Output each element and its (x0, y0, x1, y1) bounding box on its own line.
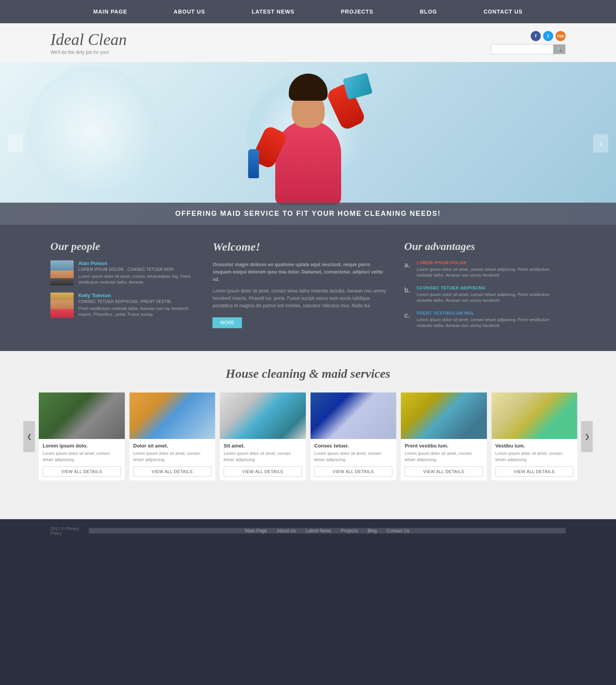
advantage-content: LOREM IPSUM DOLOR Lorem ipsum dolor sit … (417, 260, 566, 279)
nav-item-about-us[interactable]: ABOUT US (150, 0, 228, 23)
services-section: House cleaning & maid services ❮ Lorem i… (0, 351, 616, 496)
social-icons: f t rss (531, 31, 566, 41)
service-description: Lorem ipsum dolor sit amet, consec tetue… (133, 451, 212, 463)
view-details-button[interactable]: VIEW ALL DETAILS (43, 466, 121, 477)
advantage-content: CCONSEC TETUER ADIPISCNG Lorem ipsum dol… (417, 286, 566, 304)
footer-spacer (0, 496, 616, 519)
logo-area: Ideal Clean We'll do the dirty job for y… (50, 30, 127, 55)
advantage-letter: b. (404, 286, 412, 304)
middle-section: Our people Alan Poison LOREM IPSUM DOLOR… (0, 225, 616, 351)
service-name: Dolor sit amet. (133, 443, 212, 449)
person-description: Lorem ipsum dolor sit amet, consec tetue… (78, 274, 197, 286)
carousel-prev-button[interactable]: ❮ (23, 421, 35, 452)
footer-link-footer-blog[interactable]: Blog (363, 528, 382, 534)
site-footer: 2013 © Privacy Policy Main PageAbout UsL… (0, 519, 616, 542)
service-image (39, 392, 125, 439)
search-button[interactable]: 🔍 (553, 45, 565, 54)
person-subtitle: CONSEC TETUER ADIPISCNG. PRENT VESTIB. (78, 299, 197, 304)
nav-item-projects[interactable]: PROJECTS (318, 0, 397, 23)
advantage-desc: Lorem ipsum dolor sit amet, consec tetue… (417, 267, 566, 279)
service-content: Dolor sit amet. Lorem ipsum dolor sit am… (129, 439, 216, 480)
person-avatar (50, 260, 74, 286)
site-tagline: We'll do the dirty job for you! (50, 50, 127, 55)
footer-navigation: Main PageAbout UsLatest NewsProjectsBlog… (89, 528, 566, 534)
advantage-letter: a. (404, 260, 412, 279)
person-name: Alan Poison (78, 260, 197, 266)
header-right: f t rss 🔍 (491, 31, 566, 54)
person-name: Kelly Tomson (78, 293, 197, 298)
services-grid: Lorem ipsum dolo. Lorem ipsum dolor sit … (39, 392, 577, 480)
person-subtitle: LOREM IPSUM DOLOR , CONSEC TETUER ADIP. (78, 267, 197, 272)
nav-item-blog[interactable]: BLOG (397, 0, 460, 23)
person-card: Alan Poison LOREM IPSUM DOLOR , CONSEC T… (50, 260, 197, 286)
service-content: Prent vestibu lum. Lorem ipsum dolor sit… (401, 439, 487, 480)
footer-link-footer-main[interactable]: Main Page (240, 528, 272, 534)
service-description: Lorem ipsum dolor sit amet, consec tetue… (495, 451, 574, 463)
view-details-button[interactable]: VIEW ALL DETAILS (405, 466, 483, 477)
service-image (492, 392, 578, 439)
service-image (401, 392, 487, 439)
view-details-button[interactable]: VIEW ALL DETAILS (314, 466, 393, 477)
person-avatar (50, 293, 74, 318)
advantage-content: PRENT VESTIBULUM MOL Lorem ipsum dolor s… (417, 311, 566, 329)
welcome-section: Welcome! Onsuntur magni dolores eo quati… (212, 240, 388, 336)
nav-item-latest-news[interactable]: LATEST NEWS (228, 0, 317, 23)
advantage-item: b. CCONSEC TETUER ADIPISCNG Lorem ipsum … (404, 286, 566, 304)
service-name: Consec tetuer. (314, 443, 393, 449)
view-details-button[interactable]: VIEW ALL DETAILS (495, 466, 574, 477)
advantage-title: LOREM IPSUM DOLOR (417, 260, 566, 265)
view-details-button[interactable]: VIEW ALL DETAILS (133, 466, 212, 477)
advantage-item: a. LOREM IPSUM DOLOR Lorem ipsum dolor s… (404, 260, 566, 279)
welcome-para2: Lorem ipsum dolor sit amet, consec tetue… (212, 287, 388, 310)
main-navigation: MAIN PAGEABOUT USLATEST NEWSPROJECTSBLOG… (0, 0, 616, 23)
service-card: Dolor sit amet. Lorem ipsum dolor sit am… (129, 392, 216, 480)
service-description: Lorem ipsum dolor sit amet, consec tetue… (224, 451, 302, 463)
service-content: Consec tetuer. Lorem ipsum dolor sit ame… (311, 439, 397, 480)
hero-prev-button[interactable]: ‹ (8, 134, 23, 153)
person-card: Kelly Tomson CONSEC TETUER ADIPISCNG. PR… (50, 293, 197, 318)
hero-caption: OFFERING MAID SERVICE TO FIT YOUR HOME C… (0, 203, 616, 225)
service-image (311, 392, 397, 439)
advantage-title: CCONSEC TETUER ADIPISCNG (417, 286, 566, 290)
service-content: Sit amet. Lorem ipsum dolor sit amet, co… (220, 439, 306, 480)
services-title: House cleaning & maid services (23, 367, 593, 381)
advantage-letter: c. (404, 311, 412, 329)
services-carousel: ❮ Lorem ipsum dolo. Lorem ipsum dolor si… (23, 392, 593, 480)
service-description: Lorem ipsum dolor sit amet, consec tetue… (43, 451, 121, 463)
welcome-para1: Onsuntur magni dolores eo quatione uptat… (212, 261, 388, 284)
search-box: 🔍 (491, 44, 566, 54)
footer-link-footer-about[interactable]: About Us (272, 528, 301, 534)
nav-item-main-page[interactable]: MAIN PAGE (70, 0, 150, 23)
person-description: Prent vestibulum molestie laiihs. Aenean… (78, 306, 197, 318)
site-logo: Ideal Clean (50, 30, 127, 49)
advantage-item: c. PRENT VESTIBULUM MOL Lorem ipsum dolo… (404, 311, 566, 329)
service-name: Vestibu lum. (495, 443, 574, 449)
service-name: Sit amet. (224, 443, 302, 449)
footer-copyright: 2013 © Privacy Policy (50, 526, 89, 535)
view-details-button[interactable]: VIEW ALL DETAILS (224, 466, 302, 477)
footer-link-footer-projects[interactable]: Projects (336, 528, 363, 534)
search-input[interactable] (491, 45, 553, 54)
facebook-icon[interactable]: f (531, 31, 541, 41)
nav-item-contact-us[interactable]: CONTACT US (460, 0, 546, 23)
service-description: Lorem ipsum dolor sit amet, consec tetue… (405, 451, 483, 463)
service-content: Lorem ipsum dolo. Lorem ipsum dolor sit … (39, 439, 125, 480)
advantages-section: Our advantages a. LOREM IPSUM DOLOR Lore… (404, 240, 566, 336)
footer-link-footer-news[interactable]: Latest News (301, 528, 336, 534)
service-image (220, 392, 306, 439)
service-card: Vestibu lum. Lorem ipsum dolor sit amet,… (492, 392, 578, 480)
advantage-desc: Lorem ipsum dolor sit amet, consec tetue… (417, 317, 566, 329)
person-info: Alan Poison LOREM IPSUM DOLOR , CONSEC T… (78, 260, 197, 286)
footer-link-footer-contact[interactable]: Contact Us (382, 528, 414, 534)
hero-section: ‹ OFFERING MAID SERVICE TO FIT YOUR HOME… (0, 62, 616, 225)
twitter-icon[interactable]: t (543, 31, 553, 41)
rss-icon[interactable]: rss (556, 31, 566, 41)
advantage-title: PRENT VESTIBULUM MOL (417, 311, 566, 315)
hero-next-button[interactable]: › (593, 134, 608, 153)
person-info: Kelly Tomson CONSEC TETUER ADIPISCNG. PR… (78, 293, 197, 318)
more-button[interactable]: MORE (212, 317, 242, 328)
carousel-next-button[interactable]: ❯ (581, 421, 593, 452)
advantage-desc: Lorem ipsum dolor sit amet, consec tetue… (417, 292, 566, 304)
our-people-section: Our people Alan Poison LOREM IPSUM DOLOR… (50, 240, 197, 336)
service-image (129, 392, 216, 439)
